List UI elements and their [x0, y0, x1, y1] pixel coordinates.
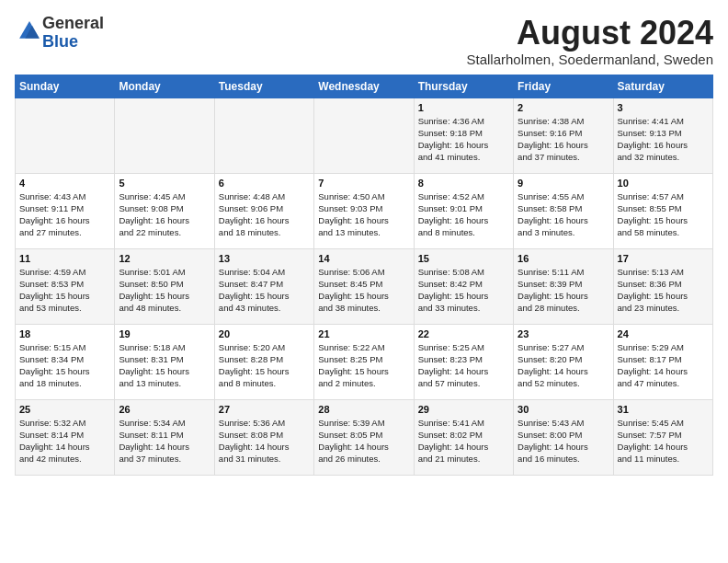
day-cell: 28Sunrise: 5:39 AM Sunset: 8:05 PM Dayli…: [314, 399, 414, 475]
logo-blue-text: Blue: [42, 32, 78, 51]
day-info: Sunrise: 5:29 AM Sunset: 8:17 PM Dayligh…: [618, 341, 709, 390]
day-info: Sunrise: 5:43 AM Sunset: 8:00 PM Dayligh…: [518, 417, 609, 465]
day-number: 8: [418, 178, 509, 189]
day-cell: 21Sunrise: 5:22 AM Sunset: 8:25 PM Dayli…: [314, 324, 414, 399]
header-row: Sunday Monday Tuesday Wednesday Thursday…: [16, 75, 713, 98]
day-number: 23: [518, 328, 609, 339]
day-number: 11: [19, 253, 110, 264]
day-info: Sunrise: 4:50 AM Sunset: 9:03 PM Dayligh…: [318, 190, 409, 239]
day-cell: 23Sunrise: 5:27 AM Sunset: 8:20 PM Dayli…: [514, 324, 613, 399]
location-title: Stallarholmen, Soedermanland, Sweden: [467, 52, 714, 67]
day-number: 5: [119, 178, 210, 189]
day-info: Sunrise: 5:34 AM Sunset: 8:11 PM Dayligh…: [119, 417, 210, 465]
week-row-3: 18Sunrise: 5:15 AM Sunset: 8:34 PM Dayli…: [16, 324, 713, 399]
day-info: Sunrise: 5:20 AM Sunset: 8:28 PM Dayligh…: [219, 341, 310, 390]
day-info: Sunrise: 4:36 AM Sunset: 9:18 PM Dayligh…: [418, 115, 509, 164]
day-cell: 20Sunrise: 5:20 AM Sunset: 8:28 PM Dayli…: [214, 324, 313, 399]
day-cell: 25Sunrise: 5:32 AM Sunset: 8:14 PM Dayli…: [16, 399, 115, 475]
col-monday: Monday: [115, 75, 214, 98]
day-info: Sunrise: 4:57 AM Sunset: 8:55 PM Dayligh…: [618, 190, 709, 239]
day-cell: [214, 98, 313, 173]
week-row-2: 11Sunrise: 4:59 AM Sunset: 8:53 PM Dayli…: [16, 248, 713, 324]
day-info: Sunrise: 5:01 AM Sunset: 8:50 PM Dayligh…: [119, 266, 210, 315]
day-info: Sunrise: 4:48 AM Sunset: 9:06 PM Dayligh…: [219, 190, 310, 239]
day-cell: 16Sunrise: 5:11 AM Sunset: 8:39 PM Dayli…: [514, 248, 613, 324]
day-number: 20: [219, 328, 310, 339]
week-row-1: 4Sunrise: 4:43 AM Sunset: 9:11 PM Daylig…: [16, 173, 713, 248]
page: General Blue August 2024 Stallarholmen, …: [0, 0, 728, 485]
week-row-0: 1Sunrise: 4:36 AM Sunset: 9:18 PM Daylig…: [16, 98, 713, 173]
day-number: 17: [618, 253, 709, 264]
day-cell: 29Sunrise: 5:41 AM Sunset: 8:02 PM Dayli…: [414, 399, 513, 475]
day-info: Sunrise: 5:11 AM Sunset: 8:39 PM Dayligh…: [518, 266, 609, 315]
day-number: 31: [618, 404, 709, 415]
day-number: 29: [418, 404, 509, 415]
day-number: 26: [119, 404, 210, 415]
day-info: Sunrise: 5:22 AM Sunset: 8:25 PM Dayligh…: [318, 341, 409, 390]
day-info: Sunrise: 5:15 AM Sunset: 8:34 PM Dayligh…: [19, 341, 110, 390]
day-cell: 5Sunrise: 4:45 AM Sunset: 9:08 PM Daylig…: [115, 173, 214, 248]
day-info: Sunrise: 4:52 AM Sunset: 9:01 PM Dayligh…: [418, 190, 509, 239]
day-cell: 31Sunrise: 5:45 AM Sunset: 7:57 PM Dayli…: [613, 399, 712, 475]
day-cell: 11Sunrise: 4:59 AM Sunset: 8:53 PM Dayli…: [16, 248, 115, 324]
day-cell: 26Sunrise: 5:34 AM Sunset: 8:11 PM Dayli…: [115, 399, 214, 475]
day-info: Sunrise: 5:04 AM Sunset: 8:47 PM Dayligh…: [219, 266, 310, 315]
day-number: 18: [19, 328, 110, 339]
day-number: 10: [618, 178, 709, 189]
day-cell: 3Sunrise: 4:41 AM Sunset: 9:13 PM Daylig…: [613, 98, 712, 173]
day-number: 25: [19, 404, 110, 415]
day-number: 9: [518, 178, 609, 189]
day-number: 3: [618, 102, 709, 113]
day-number: 7: [318, 178, 409, 189]
day-info: Sunrise: 4:43 AM Sunset: 9:11 PM Dayligh…: [19, 190, 110, 239]
day-info: Sunrise: 5:36 AM Sunset: 8:08 PM Dayligh…: [219, 417, 310, 465]
day-number: 21: [318, 328, 409, 339]
day-info: Sunrise: 4:38 AM Sunset: 9:16 PM Dayligh…: [518, 115, 609, 164]
day-cell: 12Sunrise: 5:01 AM Sunset: 8:50 PM Dayli…: [115, 248, 214, 324]
day-cell: 1Sunrise: 4:36 AM Sunset: 9:18 PM Daylig…: [414, 98, 513, 173]
col-sunday: Sunday: [16, 75, 115, 98]
day-number: 28: [318, 404, 409, 415]
col-tuesday: Tuesday: [214, 75, 313, 98]
day-info: Sunrise: 5:32 AM Sunset: 8:14 PM Dayligh…: [19, 417, 110, 465]
day-info: Sunrise: 5:25 AM Sunset: 8:23 PM Dayligh…: [418, 341, 509, 390]
day-cell: [16, 98, 115, 173]
day-cell: 4Sunrise: 4:43 AM Sunset: 9:11 PM Daylig…: [16, 173, 115, 248]
day-cell: 19Sunrise: 5:18 AM Sunset: 8:31 PM Dayli…: [115, 324, 214, 399]
day-number: 12: [119, 253, 210, 264]
logo-icon: [17, 18, 42, 44]
day-number: 19: [119, 328, 210, 339]
calendar-table: Sunday Monday Tuesday Wednesday Thursday…: [15, 75, 713, 476]
day-info: Sunrise: 5:06 AM Sunset: 8:45 PM Dayligh…: [318, 266, 409, 315]
col-saturday: Saturday: [613, 75, 712, 98]
logo: General Blue: [15, 15, 104, 52]
col-thursday: Thursday: [414, 75, 513, 98]
day-cell: [115, 98, 214, 173]
day-info: Sunrise: 5:08 AM Sunset: 8:42 PM Dayligh…: [418, 266, 509, 315]
day-cell: 17Sunrise: 5:13 AM Sunset: 8:36 PM Dayli…: [613, 248, 712, 324]
day-number: 16: [518, 253, 609, 264]
day-number: 2: [518, 102, 609, 113]
day-number: 4: [19, 178, 110, 189]
day-info: Sunrise: 5:45 AM Sunset: 7:57 PM Dayligh…: [618, 417, 709, 465]
day-cell: 14Sunrise: 5:06 AM Sunset: 8:45 PM Dayli…: [314, 248, 414, 324]
day-cell: 10Sunrise: 4:57 AM Sunset: 8:55 PM Dayli…: [613, 173, 712, 248]
header: General Blue August 2024 Stallarholmen, …: [15, 15, 713, 67]
day-number: 13: [219, 253, 310, 264]
day-number: 30: [518, 404, 609, 415]
day-cell: [314, 98, 414, 173]
day-cell: 6Sunrise: 4:48 AM Sunset: 9:06 PM Daylig…: [214, 173, 313, 248]
day-cell: 2Sunrise: 4:38 AM Sunset: 9:16 PM Daylig…: [514, 98, 613, 173]
day-number: 27: [219, 404, 310, 415]
day-cell: 8Sunrise: 4:52 AM Sunset: 9:01 PM Daylig…: [414, 173, 513, 248]
col-friday: Friday: [514, 75, 613, 98]
day-cell: 15Sunrise: 5:08 AM Sunset: 8:42 PM Dayli…: [414, 248, 513, 324]
day-cell: 18Sunrise: 5:15 AM Sunset: 8:34 PM Dayli…: [16, 324, 115, 399]
day-info: Sunrise: 5:13 AM Sunset: 8:36 PM Dayligh…: [618, 266, 709, 315]
logo-general-text: General: [42, 14, 104, 32]
day-info: Sunrise: 5:41 AM Sunset: 8:02 PM Dayligh…: [418, 417, 509, 465]
day-info: Sunrise: 5:27 AM Sunset: 8:20 PM Dayligh…: [518, 341, 609, 390]
day-info: Sunrise: 4:41 AM Sunset: 9:13 PM Dayligh…: [618, 115, 709, 164]
day-number: 22: [418, 328, 509, 339]
day-number: 15: [418, 253, 509, 264]
